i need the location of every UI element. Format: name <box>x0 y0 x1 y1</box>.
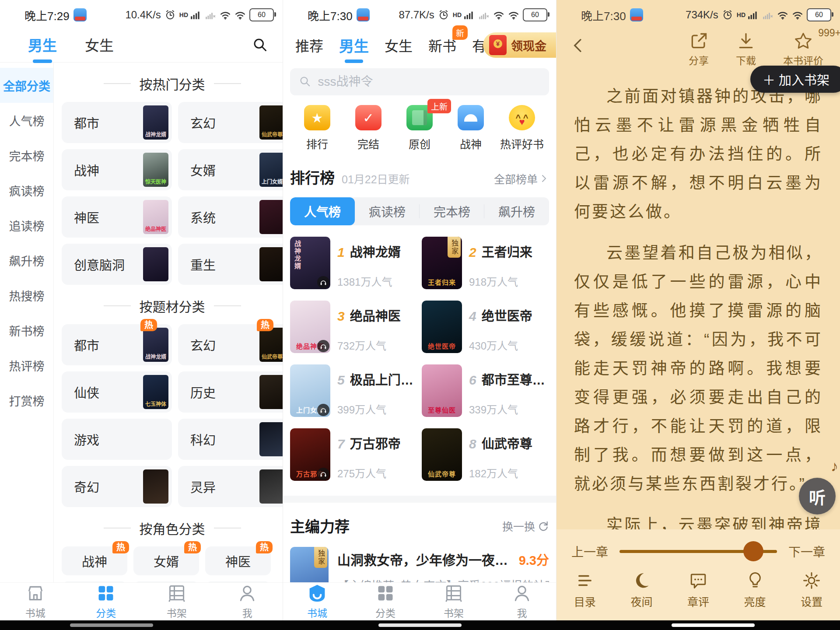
reader-action-下载[interactable]: 下载 <box>736 32 756 67</box>
quick-entry-完结[interactable]: ✓完结 <box>346 105 391 151</box>
editor-pick-title: 主编力荐 <box>290 515 350 536</box>
category-card-神医[interactable]: 神医绝品神医 <box>62 196 172 238</box>
category-card-创意脑洞[interactable]: 创意脑洞 <box>62 244 172 285</box>
reader-action-分享[interactable]: 分享 <box>689 32 709 67</box>
sidebar-item-飙升榜[interactable]: 飙升榜 <box>0 243 53 278</box>
progress-slider[interactable] <box>620 550 777 553</box>
nav-item-书架[interactable]: 书架 <box>420 583 488 620</box>
category-card-历史[interactable]: 历史 <box>178 371 283 413</box>
hot-badge: 热 <box>257 319 273 331</box>
category-card-战神[interactable]: 战神热 <box>62 546 127 575</box>
all-rankings-link[interactable]: 全部榜单 <box>494 171 549 186</box>
search-icon[interactable] <box>252 37 268 52</box>
ranking-book-仙武帝尊[interactable]: 仙武帝尊8仙武帝尊182万人气 <box>422 428 549 481</box>
ranking-book-绝世医帝[interactable]: 绝世医帝4绝世医帝430万人气 <box>422 301 549 353</box>
alarm-clock-icon <box>438 9 449 21</box>
category-card-女婿[interactable]: 女婿上门女婿 <box>178 149 283 190</box>
nav-item-分类[interactable]: 分类 <box>351 583 420 620</box>
nav-item-我[interactable]: 我 <box>488 583 556 620</box>
category-card-都市[interactable]: 都市战神龙婿热 <box>62 324 172 365</box>
ranking-tab-人气榜[interactable]: 人气榜 <box>290 197 355 225</box>
back-icon[interactable] <box>570 37 587 54</box>
sidebar-item-打赏榜[interactable]: 打赏榜 <box>0 383 53 418</box>
next-chapter-button[interactable]: 下一章 <box>788 542 825 560</box>
category-card-玄幻[interactable]: 玄幻仙武帝尊热 <box>178 324 283 365</box>
ranking-tab-飙升榜[interactable]: 飙升榜 <box>484 197 549 225</box>
ranking-book-都市至尊仙医[interactable]: 至尊仙医6都市至尊仙医339万人气 <box>422 364 549 417</box>
add-to-shelf-button[interactable]: ＋ 加入书架 <box>750 66 840 93</box>
category-card-灵异[interactable]: 灵异 <box>178 466 283 507</box>
alarm-clock-icon <box>722 9 733 21</box>
category-card-玄幻[interactable]: 玄幻仙武帝尊 <box>178 102 283 143</box>
quick-entry-原创[interactable]: 上新原创 <box>397 105 442 151</box>
store-tab-女生[interactable]: 女生 <box>385 35 413 55</box>
category-card-系统[interactable]: 系统 <box>178 196 283 238</box>
store-tab-新书[interactable]: 新书新 <box>428 35 456 55</box>
tab-male[interactable]: 男生 <box>28 34 57 55</box>
nav-item-分类[interactable]: 分类 <box>71 583 142 620</box>
gear-icon <box>802 571 821 590</box>
ranking-book-战神龙婿[interactable]: 战神龙婿1战神龙婿1381万人气 <box>290 237 417 289</box>
nav-item-书城[interactable]: 书城 <box>283 583 351 620</box>
refresh-button[interactable]: 换一换 <box>502 518 549 534</box>
tab-female[interactable]: 女生 <box>85 34 114 55</box>
category-card-重生[interactable]: 重生 <box>178 244 283 285</box>
reader-nav-章评[interactable]: 章评 <box>670 571 727 609</box>
paragraph: 之前面对镇器钟的攻击，哪怕云墨不让雷源黑金牺牲自己，也必定有办法挡住的。所以雷源… <box>574 82 822 227</box>
book-cover-thumb <box>143 247 168 281</box>
cover-title: 仙武帝尊 <box>262 354 283 362</box>
ranking-tab-疯读榜[interactable]: 疯读榜 <box>355 197 420 225</box>
category-card-都市[interactable]: 都市战神龙婿 <box>62 102 172 143</box>
category-card-女婿[interactable]: 女婿热 <box>133 546 199 575</box>
sidebar-item-人气榜[interactable]: 人气榜 <box>0 103 53 138</box>
store-tab-男生[interactable]: 男生 <box>339 35 369 56</box>
sidebar-item-完本榜[interactable]: 完本榜 <box>0 138 53 173</box>
category-card-战神[interactable]: 战神惊天医神 <box>62 149 172 190</box>
ranking-book-极品上门女婿[interactable]: 上门女婿5极品上门女婿399万人气 <box>290 364 417 417</box>
quick-entry-label: 排行 <box>306 136 328 151</box>
book-popularity: 275万人气 <box>337 465 401 480</box>
quick-entry-热评好书[interactable]: ^ ^♥热评好书 <box>499 105 545 151</box>
home-indicator[interactable] <box>378 623 462 627</box>
search-bar[interactable] <box>290 68 549 95</box>
bottom-nav-middle: 书城分类书架我 <box>283 582 556 620</box>
sidebar-item-新书榜[interactable]: 新书榜 <box>0 313 53 348</box>
category-card-游戏[interactable]: 游戏 <box>62 419 172 460</box>
home-indicator[interactable] <box>672 623 755 627</box>
search-input[interactable] <box>317 74 540 89</box>
shelf-icon <box>444 584 463 603</box>
bulb-icon <box>746 571 764 590</box>
reader-nav-夜间[interactable]: 夜间 <box>613 571 670 609</box>
slider-knob[interactable] <box>743 541 763 561</box>
sidebar-item-全部分类[interactable]: 全部分类 <box>0 68 53 103</box>
cover-title: 绝世医帝 <box>422 341 462 350</box>
quick-entry-战神[interactable]: 战神 <box>448 105 494 151</box>
category-label: 女婿 <box>154 552 179 570</box>
reader-action-本书评价[interactable]: 999+本书评价 <box>783 32 823 67</box>
reader-nav-亮度[interactable]: 亮度 <box>727 571 784 609</box>
quick-entry-排行[interactable]: ★排行 <box>294 105 340 151</box>
ranking-tab-完本榜[interactable]: 完本榜 <box>420 197 484 225</box>
sidebar-item-疯读榜[interactable]: 疯读榜 <box>0 173 53 208</box>
nav-item-我[interactable]: 我 <box>212 583 283 620</box>
category-label: 都市 <box>74 336 99 354</box>
home-indicator[interactable] <box>70 623 153 627</box>
reader-nav-设置[interactable]: 设置 <box>783 571 840 609</box>
category-card-仙侠[interactable]: 仙侠七玉神体 <box>62 371 172 413</box>
store-tab-推荐[interactable]: 推荐 <box>295 35 323 55</box>
reader-nav-目录[interactable]: 目录 <box>556 571 613 609</box>
sidebar-item-热搜榜[interactable]: 热搜榜 <box>0 278 53 313</box>
sidebar-item-追读榜[interactable]: 追读榜 <box>0 208 53 243</box>
category-card-科幻[interactable]: 科幻 <box>178 419 283 460</box>
ranking-book-王者归来[interactable]: 王者归来独家2王者归来918万人气 <box>422 237 549 289</box>
sidebar-item-热评榜[interactable]: 热评榜 <box>0 348 53 383</box>
prev-chapter-button[interactable]: 上一章 <box>571 542 608 560</box>
listen-button[interactable]: 听 <box>799 478 836 514</box>
nav-item-书架[interactable]: 书架 <box>141 583 212 620</box>
nav-item-书城[interactable]: 书城 <box>0 583 71 620</box>
category-card-神医[interactable]: 神医热 <box>205 546 271 575</box>
ranking-book-万古邪帝[interactable]: 万古邪帝7万古邪帝275万人气 <box>290 428 417 481</box>
category-card-奇幻[interactable]: 奇幻 <box>62 466 172 507</box>
cash-reward-button[interactable]: 领现金 <box>483 32 556 58</box>
ranking-book-绝品神医[interactable]: 绝品神医3绝品神医732万人气 <box>290 301 417 353</box>
